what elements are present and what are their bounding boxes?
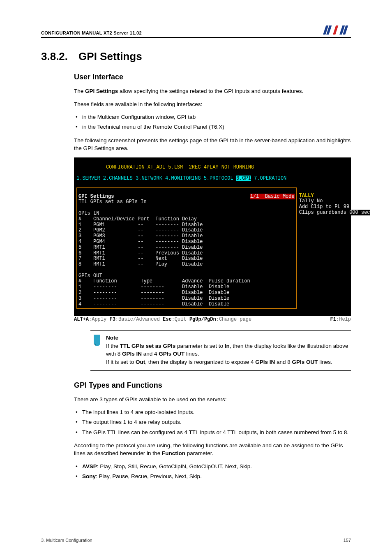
footer-page-number: 157 [344,538,351,543]
list-item: The output lines 1 to 4 are relay output… [74,418,351,426]
svg-rect-2 [333,25,338,35]
note-icon [92,334,106,366]
section-heading: 3.8.2.GPI Settings [41,50,351,63]
list-item: in the Multicam Configuration window, GP… [74,113,351,121]
terminal-screenshot: CONFIGURATION XT_ADL 5.LSM 2REC 4PLAY NO… [74,157,351,316]
terminal-statusbar: ALT+A:Apply F3:Basic/Advanced Esc:Quit P… [74,317,351,322]
header-title: CONFIGURATION MANUAL XT2 Server 11.02 [41,30,142,35]
types-paragraph-2: According to the protocol you are using,… [74,442,351,458]
types-heading: GPI Types and Functions [74,381,351,390]
page-header: CONFIGURATION MANUAL XT2 Server 11.02 [41,25,351,38]
evs-logo [322,25,351,35]
list-item: in the Technical menu of the Remote Cont… [74,123,351,131]
list-item: Sony: Play, Pause, Recue, Previous, Next… [74,472,351,481]
ui-bullets: in the Multicam Configuration window, GP… [74,113,351,132]
list-item: The input lines 1 to 4 are opto-isolated… [74,408,351,416]
note-block: Note If the TTL GPIs set as GPIs paramet… [90,330,351,371]
list-item: The GPIs TTL lines can be configured as … [74,428,351,437]
ui-paragraph-1: The GPI Settings allow specifying the se… [74,87,351,95]
ui-paragraph-2: These fields are available in the follow… [74,100,351,109]
section-title-text: GPI Settings [78,50,142,62]
ui-heading: User Interface [74,73,351,81]
types-paragraph-1: There are 3 types of GPIs available to b… [74,395,351,404]
note-title: Note [106,334,349,342]
protocol-list: AVSP: Play, Stop, Still, Recue, GotoClip… [74,462,351,481]
ui-paragraph-3: The following screenshot presents the se… [74,136,351,153]
list-item: AVSP: Play, Stop, Still, Recue, GotoClip… [74,462,351,471]
types-bullets: The input lines 1 to 4 are opto-isolated… [74,408,351,437]
section-number: 3.8.2. [41,50,68,63]
page-footer: 3. Multicam Configuration 157 [41,535,351,543]
footer-left: 3. Multicam Configuration [41,538,92,543]
